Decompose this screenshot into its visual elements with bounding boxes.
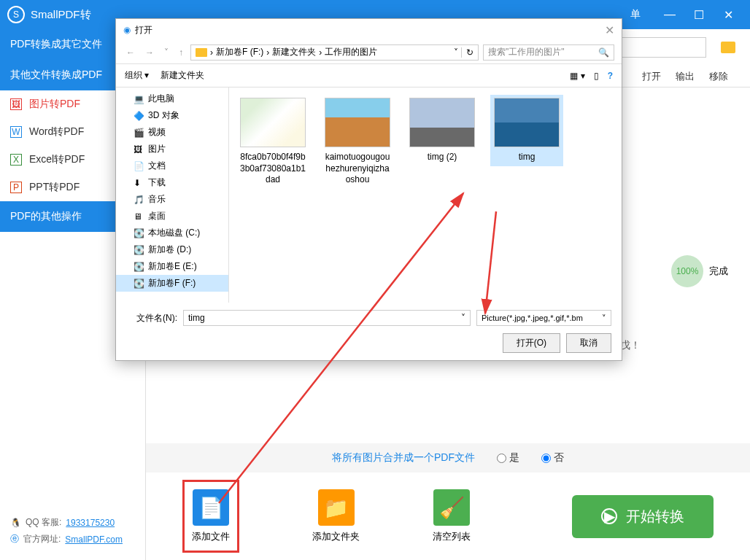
new-folder-button[interactable]: 新建文件夹 xyxy=(161,69,204,82)
qq-icon: 🐧 xyxy=(10,518,21,528)
file-filter-select[interactable]: Picture(*.jpg,*.jpeg,*.gif,*.bm˅ xyxy=(476,310,611,326)
play-icon: ▶ xyxy=(601,508,617,524)
radio-yes[interactable]: 是 xyxy=(497,451,519,464)
file-name: timg xyxy=(493,152,560,163)
file-item[interactable]: timg (2) xyxy=(406,95,479,166)
word-icon: W xyxy=(10,126,22,138)
filename-input[interactable]: timg˅ xyxy=(183,310,471,326)
dialog-toolbar: 组织 ▾ 新建文件夹 ▦ ▾ ▯ ? xyxy=(116,64,622,88)
dialog-search-input[interactable]: 搜索"工作用的图片" 🔍 xyxy=(483,44,614,61)
view-mode-icon[interactable]: ▦ ▾ xyxy=(570,71,584,81)
tree-node[interactable]: 📄文档 xyxy=(116,158,228,174)
tree-label: 视频 xyxy=(148,126,166,139)
folder-icon[interactable] xyxy=(721,42,735,53)
drive-icon: 💽 xyxy=(134,245,144,255)
tree-node[interactable]: ⬇下载 xyxy=(116,174,228,191)
file-item[interactable]: kaimotuogougouhezhurenyiqizhaoshou xyxy=(321,95,394,189)
dialog-tree[interactable]: 💻此电脑🔷3D 对象🎬视频🖼图片📄文档⬇下载🎵音乐🖥桌面💽本地磁盘 (C:)💽新… xyxy=(116,88,229,303)
app-logo-icon: S xyxy=(7,6,25,23)
file-thumbnail xyxy=(494,98,560,147)
tree-label: 下载 xyxy=(148,176,166,189)
breadcrumb[interactable]: › 新加卷F (F:)› 新建文件夹› 工作用的图片 ˅↻ xyxy=(190,44,479,61)
breadcrumb-part[interactable]: 新建文件夹 xyxy=(272,46,316,58)
merge-label: 将所有图片合并成一个PDF文件 xyxy=(332,451,475,464)
nav-back-icon[interactable]: ← xyxy=(123,47,138,58)
sidebar-item-label: PPT转PDF xyxy=(29,181,80,194)
breadcrumb-part[interactable]: 新加卷F (F:) xyxy=(216,46,263,58)
tree-node[interactable]: 💽本地磁盘 (C:) xyxy=(116,225,228,241)
image-icon: 🖼 xyxy=(10,98,22,110)
dialog-cancel-button[interactable]: 取消 xyxy=(566,333,611,353)
header-output[interactable]: 输出 xyxy=(676,70,695,83)
tree-label: 新加卷E (E:) xyxy=(148,260,197,273)
search-icon: 🔍 xyxy=(598,47,609,58)
tree-node[interactable]: 🎵音乐 xyxy=(116,191,228,208)
drive-icon: 🖼 xyxy=(134,144,144,155)
clear-list-button[interactable]: 🧹 清空列表 xyxy=(433,489,471,543)
radio-no[interactable]: 否 xyxy=(541,451,564,464)
menu-label[interactable]: 单 xyxy=(630,8,641,21)
header-remove[interactable]: 移除 xyxy=(709,70,728,83)
breadcrumb-part[interactable]: 工作用的图片 xyxy=(325,46,377,58)
add-file-label: 添加文件 xyxy=(192,530,230,543)
tree-node[interactable]: 🔷3D 对象 xyxy=(116,107,228,124)
nav-forward-icon[interactable]: → xyxy=(142,47,157,58)
drive-icon: 💽 xyxy=(134,262,144,272)
start-convert-button[interactable]: ▶ 开始转换 xyxy=(572,495,714,538)
tree-node[interactable]: 💽新加卷F (F:) xyxy=(116,275,228,292)
file-item[interactable]: 8fca0b70b0f4f9b3b0af73080a1b1dad xyxy=(236,95,309,189)
organize-menu[interactable]: 组织 ▾ xyxy=(125,69,149,82)
tree-node[interactable]: 🖼图片 xyxy=(116,141,228,158)
tree-node[interactable]: 💻此电脑 xyxy=(116,90,228,107)
minimize-button[interactable]: — xyxy=(655,8,684,21)
tree-node[interactable]: 🖥桌面 xyxy=(116,208,228,225)
file-item[interactable]: timg xyxy=(490,95,563,166)
site-label: 官方网址: xyxy=(23,533,61,545)
file-thumbnail xyxy=(240,98,306,147)
add-folder-icon: 📁 xyxy=(318,489,355,526)
tree-label: 图片 xyxy=(148,143,166,155)
preview-pane-icon[interactable]: ▯ xyxy=(594,71,599,81)
header-open[interactable]: 打开 xyxy=(642,70,661,83)
tree-node[interactable]: 🎬视频 xyxy=(116,124,228,141)
tree-node[interactable]: 💽新加卷 (D:) xyxy=(116,241,228,258)
tree-label: 新加卷 (D:) xyxy=(148,244,191,256)
add-file-button[interactable]: 📄 添加文件 xyxy=(182,480,239,553)
tree-label: 此电脑 xyxy=(148,93,174,105)
nav-recent-icon[interactable]: ˅ xyxy=(161,47,171,58)
file-name: kaimotuogougouhezhurenyiqizhaoshou xyxy=(324,152,391,186)
ppt-icon: P xyxy=(10,182,22,193)
nav-up-icon[interactable]: ↑ xyxy=(176,47,186,58)
drive-icon: 🖥 xyxy=(134,211,144,222)
tree-label: 新加卷F (F:) xyxy=(148,277,196,289)
qq-link[interactable]: 1933175230 xyxy=(66,518,115,528)
drive-icon: 🔷 xyxy=(134,111,144,121)
progress-status: 完成 xyxy=(709,265,728,278)
dialog-close-icon[interactable]: ✕ xyxy=(605,23,614,37)
dialog-open-button[interactable]: 打开(O) xyxy=(503,333,560,353)
tree-node[interactable]: 💽新加卷E (E:) xyxy=(116,258,228,275)
action-row: 📄 添加文件 📁 添加文件夹 🧹 清空列表 ▶ 开始转换 xyxy=(146,472,750,560)
excel-icon: X xyxy=(10,154,22,166)
drive-icon: 🎵 xyxy=(134,195,144,205)
tree-label: 本地磁盘 (C:) xyxy=(148,227,200,239)
sidebar-item-label: Excel转PDF xyxy=(29,153,85,166)
tree-label: 桌面 xyxy=(148,210,166,222)
status-text: 戊！ xyxy=(620,339,641,352)
sidebar-item-label: 图片转PDF xyxy=(29,98,80,111)
qq-label: QQ 客服: xyxy=(26,516,61,529)
clear-icon: 🧹 xyxy=(433,489,470,526)
file-thumbnail xyxy=(409,98,475,147)
dialog-file-grid[interactable]: 8fca0b70b0f4f9b3b0af73080a1b1dadkaimotuo… xyxy=(229,88,622,303)
dialog-nav: ← → ˅ ↑ › 新加卷F (F:)› 新建文件夹› 工作用的图片 ˅↻ 搜索… xyxy=(116,41,622,64)
drive-icon: 💻 xyxy=(134,94,144,104)
add-folder-button[interactable]: 📁 添加文件夹 xyxy=(312,489,360,543)
site-link[interactable]: SmallPDF.com xyxy=(65,534,123,545)
file-name: timg (2) xyxy=(409,152,476,163)
drive-icon: 💽 xyxy=(134,228,144,238)
help-icon[interactable]: ? xyxy=(608,71,613,81)
file-open-dialog: ◉ 打开 ✕ ← → ˅ ↑ › 新加卷F (F:)› 新建文件夹› 工作用的图… xyxy=(115,18,622,361)
tree-label: 3D 对象 xyxy=(148,109,179,122)
maximize-button[interactable]: ☐ xyxy=(684,8,714,22)
close-button[interactable]: ✕ xyxy=(714,8,743,22)
